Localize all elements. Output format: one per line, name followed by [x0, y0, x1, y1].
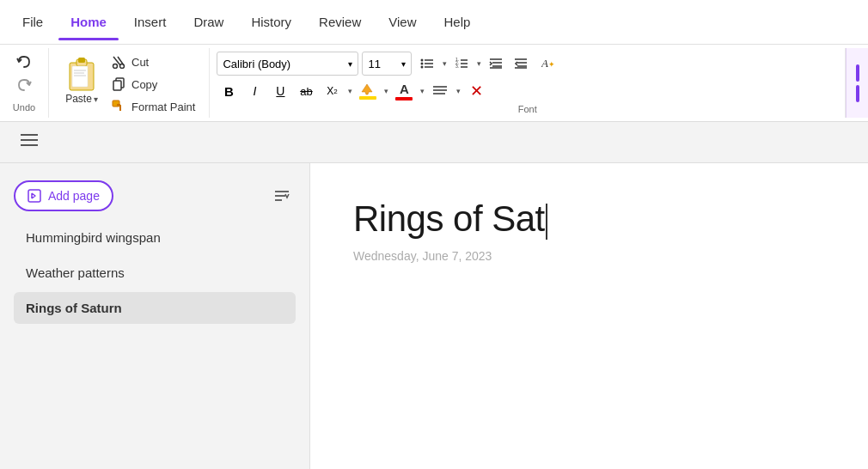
font-size-value: 11 [368, 58, 380, 70]
align-dropdown-arrow[interactable]: ▾ [454, 79, 462, 103]
menu-draw[interactable]: Draw [181, 9, 235, 34]
copy-icon [111, 76, 126, 92]
font-color-bar [395, 97, 413, 100]
menu-review[interactable]: Review [307, 9, 373, 34]
italic-button[interactable]: I [242, 79, 266, 103]
format-paint-label: Format Paint [131, 100, 195, 113]
svg-text:3.: 3. [455, 64, 459, 69]
ribbon-overflow-indicator2 [856, 85, 859, 102]
page-title-text: Rings of Sat [353, 198, 545, 239]
page-item-rings[interactable]: Rings of Saturn [14, 292, 296, 324]
menu-view[interactable]: View [376, 9, 428, 34]
menu-help[interactable]: Help [432, 9, 483, 34]
indent-decrease-button[interactable] [509, 52, 533, 76]
undo-button[interactable] [10, 53, 38, 72]
menu-home[interactable]: Home [58, 9, 119, 34]
format-paint-button[interactable]: Format Paint [106, 96, 200, 117]
numbered-list-button[interactable]: 1. 2. 3. [449, 52, 474, 76]
clipboard-section: Paste ▾ Cut [49, 48, 210, 118]
svg-point-9 [113, 64, 118, 69]
font-section-label: Font [217, 104, 838, 114]
menu-history[interactable]: History [239, 9, 303, 34]
font-color-dropdown-arrow[interactable]: ▾ [418, 79, 426, 103]
left-panel: Add page Hummingbird wingspan Weather pa… [0, 163, 309, 469]
underline-button[interactable]: U [268, 79, 292, 103]
add-page-button[interactable]: Add page [14, 180, 113, 211]
list-buttons: ▾ 1. 2. 3. ▾ [415, 52, 565, 76]
align-button[interactable] [428, 79, 452, 103]
font-section: Calibri (Body) ▾ 11 ▾ [210, 48, 846, 118]
undo-label: Undo [13, 102, 35, 113]
highlight-dropdown-arrow[interactable]: ▾ [382, 79, 390, 103]
hamburger-menu-button[interactable] [14, 130, 45, 155]
svg-rect-15 [119, 105, 121, 111]
text-cursor [546, 204, 547, 240]
undo-section: Undo [0, 48, 49, 118]
format-paint-icon [111, 99, 126, 114]
page-date: Wednesday, June 7, 2023 [353, 249, 825, 263]
bullet-list-button[interactable] [415, 52, 439, 76]
subscript-dropdown-arrow[interactable]: ▾ [345, 79, 354, 103]
svg-point-17 [421, 63, 424, 65]
right-content: Rings of Sat Wednesday, June 7, 2023 [309, 163, 868, 469]
copy-button[interactable]: Copy [106, 74, 200, 94]
ribbon-overflow [846, 48, 868, 118]
font-name-value: Calibri (Body) [223, 58, 290, 70]
svg-text:A: A [541, 57, 548, 70]
highlight-color-button[interactable] [356, 79, 380, 103]
cut-icon [111, 54, 126, 70]
sort-icon [273, 187, 290, 204]
page-item-hummingbird[interactable]: Hummingbird wingspan [14, 222, 296, 253]
ribbon: Undo [0, 45, 868, 122]
add-page-label: Add page [48, 189, 100, 203]
subscript-button[interactable]: X2 [320, 79, 344, 103]
svg-point-10 [120, 64, 125, 69]
svg-point-18 [421, 66, 424, 69]
menu-bar: File Home Insert Draw History Review Vie… [0, 0, 868, 45]
ribbon-overflow-indicator [856, 64, 859, 82]
clipboard-actions: Cut Copy [106, 52, 200, 132]
strikethrough-button[interactable]: ab [294, 79, 318, 103]
bullet-list-dropdown-arrow[interactable]: ▾ [440, 52, 449, 76]
highlight-bar [359, 96, 376, 100]
paste-button[interactable]: Paste ▾ [58, 52, 106, 108]
svg-text:✦: ✦ [548, 60, 555, 69]
paste-dropdown-arrow[interactable]: ▾ [94, 94, 98, 104]
main-content: Add page Hummingbird wingspan Weather pa… [0, 163, 868, 469]
styles-button[interactable]: A ✦ [534, 52, 565, 76]
font-color-button[interactable]: A [392, 79, 416, 103]
cut-button[interactable]: Cut [106, 52, 200, 72]
svg-rect-12 [113, 81, 121, 90]
cut-label: Cut [131, 56, 149, 69]
font-size-dropdown-arrow[interactable]: ▾ [401, 59, 406, 69]
font-bottom-row: B I U ab X2 ▾ ▾ A ▾ [217, 79, 838, 103]
menu-insert[interactable]: Insert [122, 9, 179, 34]
sort-button[interactable] [268, 182, 296, 210]
font-name-dropdown-arrow[interactable]: ▾ [348, 59, 352, 69]
numbered-list-dropdown-arrow[interactable]: ▾ [474, 52, 483, 76]
paste-icon [64, 55, 99, 91]
svg-point-16 [421, 59, 424, 62]
copy-label: Copy [131, 78, 157, 91]
svg-rect-3 [72, 66, 88, 87]
page-item-weather[interactable]: Weather patterns [14, 257, 296, 289]
bold-button[interactable]: B [217, 79, 241, 103]
redo-button[interactable] [10, 77, 38, 96]
add-page-icon [28, 189, 41, 203]
menu-file[interactable]: File [10, 9, 55, 34]
clear-formatting-button[interactable]: ✕ [464, 79, 488, 103]
paste-label: Paste [65, 93, 92, 105]
add-page-row: Add page [14, 180, 296, 211]
page-title[interactable]: Rings of Sat [353, 198, 825, 241]
font-top-row: Calibri (Body) ▾ 11 ▾ [217, 52, 838, 76]
indent-increase-button[interactable] [484, 52, 508, 76]
svg-rect-2 [78, 58, 85, 63]
font-name-select[interactable]: Calibri (Body) ▾ [217, 52, 358, 76]
font-size-select[interactable]: 11 ▾ [362, 52, 412, 76]
subheader [0, 122, 868, 163]
